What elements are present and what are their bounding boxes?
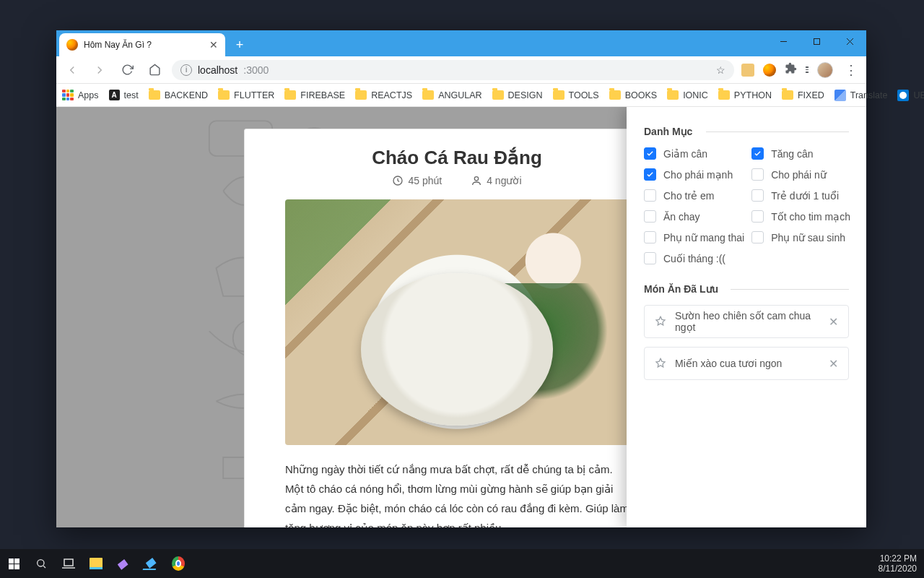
search-button[interactable] — [35, 557, 48, 570]
bookmark-folder-fixed[interactable]: FIXED — [782, 90, 824, 100]
category-checkbox[interactable]: Phụ nữ mang thai — [644, 231, 744, 243]
svg-rect-14 — [64, 559, 73, 566]
cook-time: 45 phút — [392, 175, 442, 186]
url-port: :3000 — [243, 64, 269, 76]
outlook-icon — [897, 90, 909, 101]
chrome-icon — [172, 556, 185, 571]
close-button[interactable] — [833, 30, 866, 52]
folder-icon — [553, 90, 565, 100]
task-view-button[interactable] — [62, 557, 75, 570]
file-explorer-button[interactable] — [90, 557, 103, 570]
svg-point-11 — [475, 177, 479, 181]
bookmark-translate[interactable]: Translate — [834, 90, 888, 101]
file-explorer-icon — [90, 558, 103, 569]
tabs-strip: Hôm Nay Ăn Gì ? ✕ + — [56, 30, 767, 56]
vscode-button[interactable]: ◆ — [143, 557, 160, 570]
checkbox-icon — [644, 210, 656, 223]
extensions-button[interactable] — [785, 62, 797, 77]
checkbox-icon — [751, 147, 764, 160]
checkbox-icon — [644, 168, 656, 181]
extension-icon[interactable] — [741, 64, 754, 77]
chrome-menu-button[interactable]: ⋮ — [842, 62, 860, 78]
start-button[interactable] — [7, 557, 20, 570]
checkbox-icon — [644, 231, 656, 243]
category-checkbox[interactable]: Cho phái nữ — [751, 168, 850, 181]
folder-icon — [667, 90, 679, 100]
burger-favicon-icon — [66, 39, 78, 51]
burger-extension-icon[interactable] — [763, 64, 776, 77]
page-viewport: Cháo Cá Rau Đắng 45 phút 4 người Những n… — [56, 107, 866, 527]
bookmark-star-icon[interactable]: ☆ — [716, 64, 725, 76]
browser-window: Hôm Nay Ăn Gì ? ✕ + i localhost:3000 ☆ ⋮ — [56, 30, 866, 527]
home-button[interactable] — [144, 60, 165, 80]
chrome-taskbar-button[interactable] — [172, 557, 185, 570]
remove-saved-button[interactable]: ✕ — [829, 357, 838, 371]
category-checkbox[interactable]: Tăng cân — [751, 147, 850, 160]
forward-button[interactable] — [90, 60, 110, 80]
category-label: Cuối tháng :(( — [663, 253, 725, 264]
tab-title: Hôm Nay Ăn Gì ? — [84, 40, 152, 50]
folder-icon — [355, 90, 367, 100]
folder-icon — [149, 90, 160, 100]
recipe-meta: 45 phút 4 người — [245, 175, 669, 199]
system-tray-clock[interactable]: 10:22 PM 8/11/2020 — [879, 553, 917, 574]
category-checkbox[interactable]: Giảm cân — [644, 147, 744, 160]
category-label: Tăng cân — [771, 148, 813, 160]
browser-tab[interactable]: Hôm Nay Ăn Gì ? ✕ — [59, 33, 225, 56]
new-tab-button[interactable]: + — [230, 35, 250, 55]
checkbox-icon — [751, 210, 764, 223]
bookmark-folder-books[interactable]: BOOKS — [609, 90, 657, 100]
back-button[interactable] — [62, 60, 82, 80]
folder-icon — [218, 90, 230, 100]
minimize-button[interactable] — [767, 30, 800, 52]
maximize-button[interactable] — [800, 30, 833, 52]
tab-close-button[interactable]: ✕ — [209, 39, 218, 51]
bookmark-folder-python[interactable]: PYTHON — [718, 90, 772, 100]
bookmark-folder-flutter[interactable]: FLUTTER — [218, 90, 274, 100]
category-checkbox[interactable]: Trẻ dưới 1 tuổi — [751, 189, 850, 202]
category-checkbox[interactable]: Cho trẻ em — [644, 189, 744, 202]
bookmark-uetmail[interactable]: UETMail - Đăng nhập — [897, 90, 924, 101]
omnibox[interactable]: i localhost:3000 ☆ — [172, 60, 734, 80]
bookmark-folder-backend[interactable]: BACKEND — [149, 90, 208, 100]
site-info-icon[interactable]: i — [180, 64, 192, 76]
categories-heading: Danh Mục — [644, 126, 849, 137]
remove-saved-button[interactable]: ✕ — [829, 315, 838, 329]
folder-icon — [609, 90, 621, 100]
checkbox-icon — [751, 231, 764, 243]
category-checkbox[interactable]: Ăn chay — [644, 210, 744, 223]
category-label: Ăn chay — [663, 211, 700, 223]
titlebar: Hôm Nay Ăn Gì ? ✕ + — [56, 30, 866, 56]
saved-recipe-item[interactable]: Sườn heo chiên sốt cam chua ngọt✕ — [644, 305, 849, 338]
bookmark-folder-angular[interactable]: ANGULAR — [422, 90, 481, 100]
saved-recipe-name: Miến xào cua tươi ngon — [675, 358, 782, 369]
bookmark-folder-reactjs[interactable]: REACTJS — [355, 90, 412, 100]
settings-dots-icon[interactable] — [806, 66, 808, 73]
category-checkbox[interactable]: Cho phái mạnh — [644, 168, 744, 181]
bookmark-folder-firebase[interactable]: FIREBASE — [284, 90, 345, 100]
reload-button[interactable] — [117, 60, 137, 80]
recipe-title: Cháo Cá Rau Đắng — [245, 129, 669, 175]
checkbox-icon — [751, 168, 764, 181]
categories-grid: Giảm cânTăng cânCho phái mạnhCho phái nữ… — [644, 147, 849, 264]
profile-avatar[interactable] — [817, 62, 833, 78]
category-checkbox[interactable]: Tốt cho tim mạch — [751, 210, 850, 223]
category-checkbox[interactable]: Phụ nữ sau sinh — [751, 231, 850, 243]
recipe-photo — [285, 199, 629, 445]
visual-studio-button[interactable]: ◆ — [116, 557, 132, 570]
saved-recipe-item[interactable]: Miến xào cua tươi ngon✕ — [644, 347, 849, 380]
saved-recipe-name: Sườn heo chiên sốt cam chua ngọt — [675, 310, 820, 333]
address-bar: i localhost:3000 ☆ ⋮ — [56, 56, 866, 84]
bookmark-test[interactable]: Atest — [109, 90, 139, 100]
bookmark-folder-design[interactable]: DESIGN — [492, 90, 543, 100]
url-host: localhost — [198, 64, 237, 76]
bookmark-folder-ionic[interactable]: IONIC — [667, 90, 708, 100]
recipe-description: Những ngày thời tiết cứ nắng mưa bất chợ… — [245, 445, 669, 527]
category-checkbox[interactable]: Cuối tháng :(( — [644, 252, 744, 264]
apps-grid-icon — [62, 90, 74, 101]
bookmark-folder-tools[interactable]: TOOLS — [553, 90, 599, 100]
category-label: Giảm cân — [663, 148, 707, 160]
apps-shortcut[interactable]: Apps — [62, 90, 99, 101]
svg-point-12 — [38, 560, 44, 566]
folder-icon — [782, 90, 793, 100]
